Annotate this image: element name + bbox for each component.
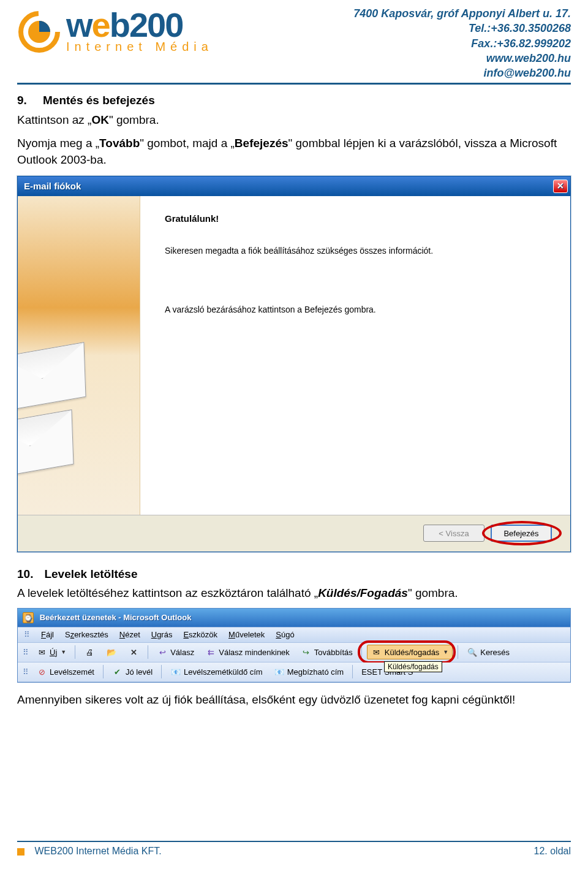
toolbar-main: ⠿ ✉ Új ▼ 🖨 📂 ✕ ↩ Válasz ⇇ Válasz mindenk…: [18, 643, 570, 662]
page-header: web200 Internet Média 7400 Kaposvár, gró…: [17, 6, 571, 85]
print-button[interactable]: 🖨: [80, 645, 99, 659]
close-icon[interactable]: ✕: [553, 180, 568, 193]
logo-wordmark: web200: [66, 10, 213, 40]
section-number: 9.: [17, 92, 32, 109]
junk-sender-button[interactable]: 📧 Levélszemétküldő cím: [167, 665, 266, 678]
contact-web: www.web200.hu: [353, 51, 571, 66]
junk-icon: ⊘: [36, 666, 47, 677]
footer-company: WEB200 Internet Média KFT.: [34, 846, 161, 856]
separator: [361, 645, 362, 659]
section-number: 10.: [17, 566, 33, 583]
contact-fax: Fax.:+36.82.999202: [353, 36, 571, 51]
check-icon: ✔: [112, 666, 123, 677]
finish-button[interactable]: Befejezés: [491, 525, 552, 542]
separator: [75, 645, 75, 659]
outlook-title-text: Beérkezett üzenetek - Microsoft Outlook: [40, 613, 192, 622]
trusted-sender-button[interactable]: 📧 Megbízható cím: [270, 665, 348, 678]
search-icon: 🔍: [467, 647, 478, 658]
footer-page-number: 12. oldal: [534, 846, 571, 857]
section-9-para-1: Kattintson az „OK" gombra.: [17, 112, 571, 129]
section-heading: Levelek letöltése: [44, 566, 137, 583]
chevron-down-icon[interactable]: ▼: [443, 649, 448, 655]
logo-swirl-icon: [17, 10, 61, 54]
address-trust-icon: 📧: [274, 666, 285, 677]
send-receive-button[interactable]: ✉ Küldés/fogadás ▼: [367, 645, 453, 659]
outlook-icon: ⌚: [23, 612, 34, 623]
search-button[interactable]: 🔍 Keresés: [463, 645, 513, 659]
envelope-icon: [18, 342, 86, 412]
section-10-title: 10. Levelek letöltése: [17, 566, 571, 583]
new-button[interactable]: ✉ Új ▼: [32, 645, 70, 659]
toolbar-grip-icon[interactable]: ⠿: [23, 648, 29, 657]
outlook-window: ⌚ Beérkezett üzenetek - Microsoft Outloo…: [17, 608, 571, 683]
reply-button[interactable]: ↩ Válasz: [153, 645, 198, 659]
envelope-icon: [18, 409, 74, 479]
logo-subtitle: Internet Média: [66, 40, 213, 54]
section-9-para-2: Nyomja meg a „Tovább" gombot, majd a „Be…: [17, 135, 571, 169]
wizard-text-2: A varázsló bezárásához kattintson a Befe…: [165, 305, 552, 314]
contact-email: info@web200.hu: [353, 66, 571, 80]
forward-button[interactable]: ↪ Továbbítás: [297, 645, 356, 659]
menu-help[interactable]: Súgó: [276, 630, 294, 639]
printer-icon: 🖨: [84, 647, 95, 658]
reply-all-icon: ⇇: [205, 647, 216, 658]
send-receive-icon: ✉: [371, 647, 382, 658]
wizard-sidebar-graphic: [18, 196, 140, 515]
tooltip: Küldés/fogadás: [384, 661, 442, 672]
menu-tools[interactable]: Eszközök: [183, 630, 217, 639]
dialog-titlebar[interactable]: E-mail fiókok ✕: [18, 176, 570, 196]
logo: web200 Internet Média: [17, 6, 213, 54]
separator: [148, 645, 148, 659]
dialog-title: E-mail fiókok: [24, 181, 81, 191]
email-wizard-dialog: E-mail fiókok ✕ Gratulálunk! Sikeresen m…: [17, 176, 571, 552]
menu-bar: ⠿ Fájl Szerkesztés Nézet Ugrás Eszközök …: [18, 627, 570, 643]
page-footer: WEB200 Internet Média KFT. 12. oldal: [17, 841, 571, 857]
new-mail-icon: ✉: [36, 647, 47, 658]
contact-block: 7400 Kaposvár, gróf Apponyi Albert u. 17…: [353, 6, 571, 80]
back-button: < Vissza: [423, 525, 484, 542]
outlook-titlebar[interactable]: ⌚ Beérkezett üzenetek - Microsoft Outloo…: [18, 609, 570, 627]
footer-bullet-icon: [17, 848, 24, 856]
separator: [103, 665, 104, 678]
menu-edit[interactable]: Szerkesztés: [65, 630, 108, 639]
move-button[interactable]: 📂: [102, 645, 121, 659]
delete-icon: ✕: [128, 647, 139, 658]
junk-button[interactable]: ⊘ Levélszemét: [32, 665, 98, 678]
section-9-title: 9. Mentés és befejezés: [17, 92, 571, 109]
delete-button[interactable]: ✕: [124, 645, 143, 659]
separator: [352, 665, 353, 678]
section-heading: Mentés és befejezés: [43, 92, 155, 109]
menu-file[interactable]: Fájl: [41, 630, 54, 639]
closing-text: Amennyiben sikeres volt az új fiók beáll…: [17, 691, 571, 708]
address-junk-icon: 📧: [170, 666, 181, 677]
menu-view[interactable]: Nézet: [119, 630, 140, 639]
forward-icon: ↪: [301, 647, 312, 658]
toolbar-grip-icon[interactable]: ⠿: [23, 667, 29, 677]
separator: [458, 645, 458, 659]
menu-actions[interactable]: Műveletek: [228, 630, 265, 639]
contact-tel: Tel.:+36.30.3500268: [353, 21, 571, 36]
separator: [161, 665, 162, 678]
wizard-heading: Gratulálunk!: [165, 213, 552, 224]
menu-go[interactable]: Ugrás: [151, 630, 173, 639]
section-10-para: A levelek letöltéséhez kattintson az esz…: [17, 585, 571, 602]
menu-grip-icon[interactable]: ⠿: [24, 630, 30, 639]
reply-icon: ↩: [157, 647, 168, 658]
wizard-text-1: Sikeresen megadta a fiók beállításához s…: [165, 246, 552, 256]
chevron-down-icon[interactable]: ▼: [61, 649, 66, 655]
reply-all-button[interactable]: ⇇ Válasz mindenkinek: [202, 645, 293, 659]
not-junk-button[interactable]: ✔ Jó levél: [108, 665, 156, 678]
folder-move-icon: 📂: [106, 647, 117, 658]
toolbar-secondary: ⠿ ⊘ Levélszemét ✔ Jó levél 📧 Levélszemét…: [18, 662, 570, 682]
contact-address: 7400 Kaposvár, gróf Apponyi Albert u. 17…: [353, 6, 571, 21]
